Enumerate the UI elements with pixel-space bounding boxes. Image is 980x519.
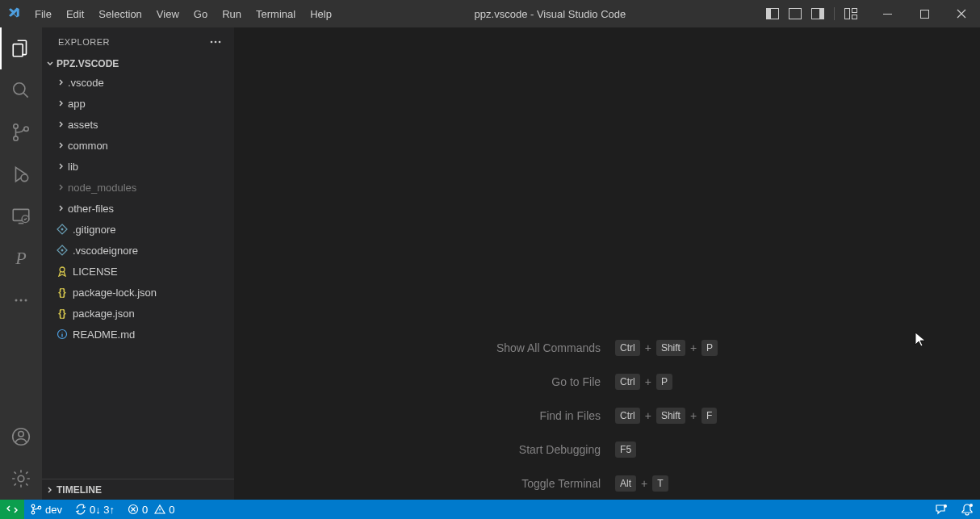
status-notifications[interactable]	[954, 500, 980, 519]
status-remote[interactable]	[0, 500, 24, 519]
svg-point-30	[31, 504, 35, 508]
chevron-right-icon	[44, 483, 57, 496]
activity-source-control[interactable]	[0, 111, 42, 153]
keycap: Shift	[656, 408, 685, 424]
svg-point-22	[18, 475, 24, 482]
file--gitignore[interactable]: .gitignore	[42, 219, 234, 240]
menu-file[interactable]: File	[27, 0, 59, 27]
activity-explorer[interactable]	[0, 27, 42, 69]
plus-separator: +	[645, 375, 651, 388]
chevron-right-icon	[55, 97, 68, 110]
status-feedback[interactable]	[928, 500, 954, 519]
keycap: Ctrl	[615, 340, 640, 356]
folder--vscode[interactable]: .vscode	[42, 72, 234, 93]
svg-point-19	[25, 299, 27, 302]
tree-label: common	[68, 140, 108, 152]
activity-overflow[interactable]	[0, 279, 42, 321]
json-icon: {}	[55, 306, 69, 320]
mouse-cursor-icon	[915, 332, 926, 348]
svg-rect-7	[852, 15, 857, 19]
folder-lib[interactable]: lib	[42, 156, 234, 177]
activity-settings[interactable]	[0, 458, 42, 500]
tree-label: LICENSE	[73, 266, 118, 278]
hint-label: Start Debugging	[496, 443, 601, 456]
activity-extension-p[interactable]: P	[0, 237, 42, 279]
file-package-lock-json[interactable]: {}package-lock.json	[42, 282, 234, 303]
svg-point-26	[61, 228, 64, 231]
svg-rect-1	[767, 9, 771, 19]
timeline-section[interactable]: TIMELINE	[42, 479, 234, 500]
tree-label: other-files	[68, 203, 114, 215]
svg-point-17	[15, 299, 18, 302]
menu-help[interactable]: Help	[303, 0, 339, 27]
file-README-md[interactable]: README.md	[42, 324, 234, 345]
keycap: T	[652, 475, 668, 492]
folder-assets[interactable]: assets	[42, 114, 234, 135]
tree-label: .gitignore	[73, 224, 115, 236]
status-sync[interactable]: 0↓ 3↑	[69, 500, 121, 519]
toggle-secondary-sidebar-button[interactable]	[806, 0, 829, 27]
folder-node_modules[interactable]: node_modules	[42, 177, 234, 198]
hint-keybind: Ctrl+Shift+F	[615, 408, 718, 424]
svg-point-10	[14, 83, 25, 94]
window-controls	[869, 0, 980, 27]
tree-label: app	[68, 98, 86, 110]
folder-common[interactable]: common	[42, 135, 234, 156]
keycap: F5	[615, 442, 636, 458]
menu-go[interactable]: Go	[186, 0, 215, 27]
menu-run[interactable]: Run	[215, 0, 249, 27]
plus-separator: +	[690, 409, 697, 422]
git-icon	[55, 243, 69, 257]
svg-rect-6	[852, 9, 857, 13]
svg-point-11	[14, 124, 18, 128]
status-branch[interactable]: dev	[24, 500, 69, 519]
svg-rect-9	[920, 10, 928, 18]
project-root[interactable]: PPZ.VSCODE	[42, 56, 234, 72]
explorer-more-button[interactable]	[205, 31, 226, 52]
timeline-label: TIMELINE	[57, 484, 102, 496]
close-button[interactable]	[943, 0, 980, 27]
menu-selection[interactable]: Selection	[91, 0, 149, 27]
maximize-button[interactable]	[906, 0, 943, 27]
layout-controls	[761, 0, 869, 27]
license-icon	[55, 264, 69, 278]
folder-app[interactable]: app	[42, 93, 234, 114]
keycap: Ctrl	[615, 408, 640, 424]
status-problems[interactable]: 0 0	[121, 500, 181, 519]
chevron-down-icon	[44, 57, 57, 70]
keycap: P	[656, 374, 672, 390]
keycap: Alt	[615, 475, 636, 492]
tree-label: .vscodeignore	[73, 245, 138, 257]
project-name-label: PPZ.VSCODE	[57, 58, 119, 69]
activity-accounts[interactable]	[0, 416, 42, 458]
titlebar: File Edit Selection View Go Run Terminal…	[0, 0, 980, 27]
activity-run-debug[interactable]	[0, 153, 42, 195]
file-package-json[interactable]: {}package.json	[42, 303, 234, 324]
menu-terminal[interactable]: Terminal	[249, 0, 303, 27]
activity-remote-explorer[interactable]	[0, 195, 42, 237]
svg-point-35	[970, 504, 973, 507]
customize-layout-button[interactable]	[840, 0, 862, 27]
keycap: P	[701, 340, 718, 356]
toggle-primary-sidebar-button[interactable]	[761, 0, 784, 27]
activity-search[interactable]	[0, 69, 42, 111]
svg-point-34	[944, 504, 947, 508]
file--vscodeignore[interactable]: .vscodeignore	[42, 240, 234, 261]
file-LICENSE[interactable]: LICENSE	[42, 261, 234, 282]
menu-view[interactable]: View	[149, 0, 186, 27]
chevron-right-icon	[55, 118, 68, 131]
hint-label: Show All Commands	[496, 341, 601, 354]
vscode-logo	[0, 6, 27, 21]
editor-area: Show All CommandsCtrl+Shift+PGo to FileC…	[234, 27, 980, 500]
explorer-header: EXPLORER	[42, 27, 234, 56]
svg-point-24	[215, 40, 217, 43]
tree-label: package.json	[73, 308, 135, 320]
menu-edit[interactable]: Edit	[59, 0, 91, 27]
svg-point-31	[31, 511, 35, 514]
plus-separator: +	[645, 409, 651, 422]
minimize-button[interactable]	[869, 0, 906, 27]
folder-other-files[interactable]: other-files	[42, 198, 234, 219]
svg-rect-5	[845, 9, 850, 19]
file-tree: .vscodeappassetscommonlibnode_modulesoth…	[42, 72, 234, 479]
toggle-panel-button[interactable]	[784, 0, 806, 27]
